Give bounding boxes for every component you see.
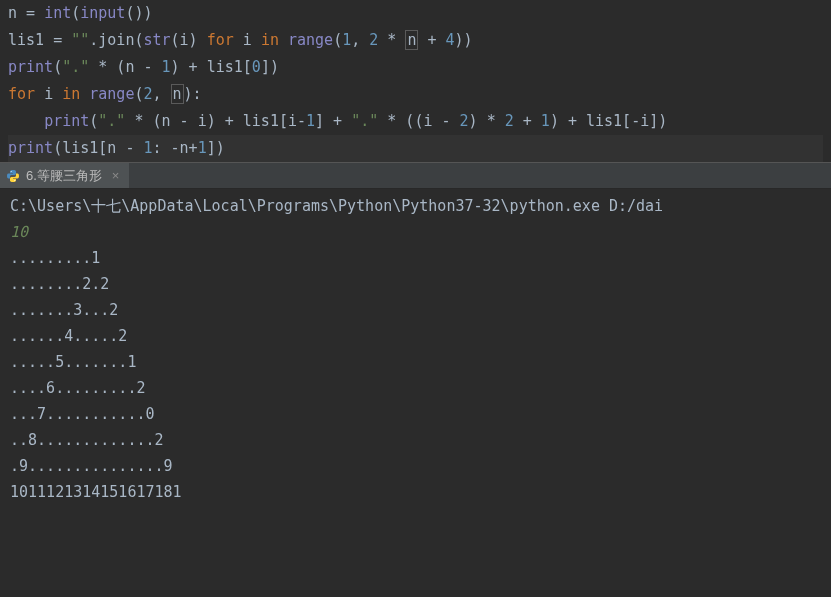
console-output: 1011121314151617181 <box>10 479 821 505</box>
run-tab-label: 6.等腰三角形 <box>26 167 102 185</box>
console-user-input: 10 <box>10 219 821 245</box>
code-line[interactable]: lis1 = "".join(str(i) for i in range(1, … <box>8 27 823 54</box>
run-tab[interactable]: 6.等腰三角形 × <box>0 163 129 188</box>
console-output: .......3...2 <box>10 297 821 323</box>
code-line[interactable]: print("." * (n - i) + lis1[i-1] + "." * … <box>8 108 823 135</box>
run-console[interactable]: C:\Users\十七\AppData\Local\Programs\Pytho… <box>0 189 831 509</box>
console-output: ...7...........0 <box>10 401 821 427</box>
code-line[interactable]: for i in range(2, n): <box>8 81 823 108</box>
code-editor[interactable]: n = int(input()) lis1 = "".join(str(i) f… <box>0 0 831 162</box>
code-line[interactable]: n = int(input()) <box>8 0 823 27</box>
code-line-current[interactable]: print(lis1[n - 1: -n+1]) <box>8 135 823 162</box>
code-line[interactable]: print("." * (n - 1) + lis1[0]) <box>8 54 823 81</box>
python-file-icon <box>6 169 20 183</box>
svg-point-0 <box>11 170 12 171</box>
close-icon[interactable]: × <box>112 168 120 183</box>
run-tab-bar: 6.等腰三角形 × <box>0 162 831 189</box>
console-output: ..8.............2 <box>10 427 821 453</box>
console-output: .........1 <box>10 245 821 271</box>
console-output: ....6.........2 <box>10 375 821 401</box>
console-output: .9...............9 <box>10 453 821 479</box>
console-output: .....5.......1 <box>10 349 821 375</box>
console-output: ......4.....2 <box>10 323 821 349</box>
console-command: C:\Users\十七\AppData\Local\Programs\Pytho… <box>10 193 821 219</box>
console-output: ........2.2 <box>10 271 821 297</box>
svg-point-1 <box>14 180 15 181</box>
